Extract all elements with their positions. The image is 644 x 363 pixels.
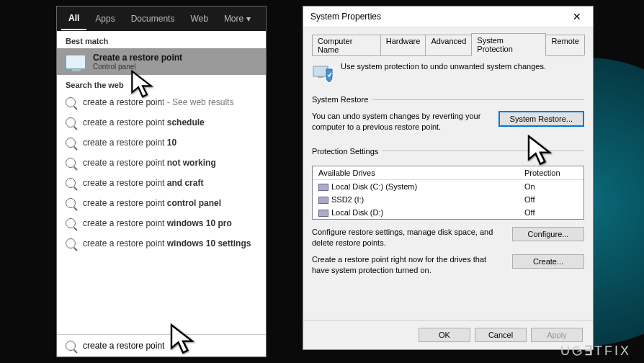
search-icon: [66, 218, 76, 228]
search-input-container: [57, 334, 266, 357]
intro-text: Use system protection to undo unwanted s…: [341, 62, 546, 71]
best-match-result[interactable]: Create a restore point Control panel: [57, 48, 266, 75]
search-filter-tabs: All Apps Documents Web More▾: [57, 6, 266, 31]
search-icon: [66, 97, 76, 107]
tab-documents[interactable]: Documents: [124, 8, 182, 30]
web-result[interactable]: create a restore point and craft: [57, 173, 266, 193]
search-web-header: Search the web: [57, 75, 266, 92]
web-result[interactable]: create a restore point - See web results: [57, 92, 266, 112]
dialog-tabs: Computer Name Hardware Advanced System P…: [312, 33, 584, 56]
system-restore-text: You can undo system changes by reverting…: [312, 111, 491, 133]
web-result[interactable]: create a restore point 10: [57, 133, 266, 153]
start-search-panel: All Apps Documents Web More▾ Best match …: [56, 6, 267, 357]
web-result[interactable]: create a restore point schedule: [57, 112, 266, 133]
tab-web[interactable]: Web: [183, 8, 215, 30]
svg-rect-0: [313, 66, 328, 76]
svg-rect-1: [318, 76, 323, 78]
web-result[interactable]: create a restore point control panel: [57, 193, 266, 213]
search-icon: [66, 158, 76, 168]
dialog-footer: OK Cancel Apply: [303, 320, 593, 349]
tab-apps[interactable]: Apps: [88, 8, 122, 30]
system-restore-button[interactable]: System Restore...: [498, 111, 584, 127]
search-icon: [66, 238, 76, 248]
col-available-drives: Available Drives: [313, 166, 519, 179]
drive-icon: [318, 197, 328, 204]
system-properties-dialog: System Properties ✕ Computer Name Hardwa…: [303, 6, 594, 350]
apply-button[interactable]: Apply: [531, 328, 583, 342]
system-protection-icon: [312, 62, 335, 85]
drive-row[interactable]: Local Disk (D:)Off: [313, 206, 583, 219]
web-results-list: create a restore point - See web results…: [57, 92, 266, 334]
watermark: UG∃TFIX: [560, 343, 631, 359]
protection-settings-group: Protection Settings Available Drives Pro…: [312, 147, 584, 284]
best-match-header: Best match: [57, 31, 266, 48]
tab-advanced[interactable]: Advanced: [425, 35, 472, 55]
cancel-button[interactable]: Cancel: [475, 328, 527, 342]
protection-settings-legend: Protection Settings: [312, 147, 383, 156]
drive-icon: [318, 210, 328, 217]
search-icon: [66, 138, 76, 148]
search-icon: [66, 117, 76, 127]
web-result[interactable]: create a restore point windows 10 settin…: [57, 233, 266, 254]
web-result[interactable]: create a restore point windows 10 pro: [57, 213, 266, 233]
drive-icon: [318, 184, 328, 191]
close-icon[interactable]: ✕: [568, 11, 586, 22]
search-icon: [66, 178, 76, 188]
best-match-subtitle: Control panel: [93, 63, 182, 71]
tab-hardware[interactable]: Hardware: [380, 35, 426, 55]
drives-table[interactable]: Available Drives Protection Local Disk (…: [312, 166, 584, 220]
create-text: Create a restore point right now for the…: [312, 254, 505, 276]
ok-button[interactable]: OK: [419, 328, 470, 342]
col-protection: Protection: [519, 166, 583, 179]
configure-button[interactable]: Configure...: [512, 227, 584, 241]
tab-more[interactable]: More▾: [217, 8, 258, 30]
tab-computer-name[interactable]: Computer Name: [312, 35, 381, 55]
drive-row[interactable]: Local Disk (C:) (System)On: [313, 180, 583, 193]
web-result[interactable]: create a restore point not working: [57, 153, 266, 173]
configure-text: Configure restore settings, manage disk …: [312, 227, 505, 248]
search-input[interactable]: [83, 341, 257, 351]
create-button[interactable]: Create...: [512, 254, 584, 269]
tab-remote[interactable]: Remote: [545, 35, 585, 55]
best-match-title: Create a restore point: [93, 53, 182, 63]
dialog-titlebar: System Properties ✕: [303, 6, 593, 27]
system-restore-legend: System Restore: [312, 95, 372, 104]
tab-system-protection[interactable]: System Protection: [471, 33, 546, 56]
system-restore-group: System Restore You can undo system chang…: [312, 95, 584, 141]
chevron-down-icon: ▾: [246, 14, 251, 24]
control-panel-icon: [66, 55, 86, 69]
search-icon: [66, 198, 76, 208]
tab-all[interactable]: All: [61, 7, 86, 30]
dialog-title: System Properties: [310, 12, 568, 22]
drive-row[interactable]: SSD2 (I:)Off: [313, 193, 583, 206]
search-icon: [66, 341, 76, 351]
